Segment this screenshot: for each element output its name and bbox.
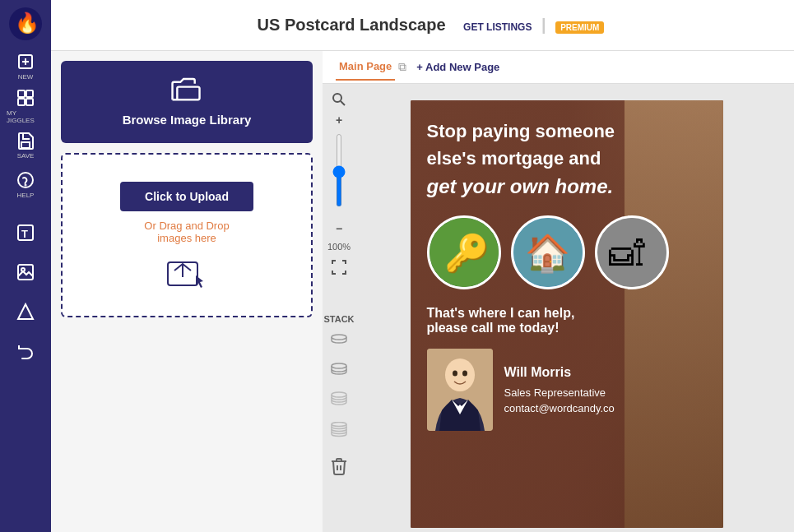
stack-icon-4[interactable] bbox=[330, 422, 348, 442]
stack-icon-1[interactable] bbox=[330, 334, 348, 353]
agent-photo bbox=[427, 349, 493, 431]
svg-text:🔑: 🔑 bbox=[444, 232, 490, 275]
svg-marker-18 bbox=[196, 275, 203, 288]
toolbar: US Postcard Landscape GET LISTINGS | PRE… bbox=[51, 0, 794, 51]
new-button[interactable]: NEW bbox=[7, 48, 44, 86]
svg-rect-13 bbox=[18, 265, 33, 280]
svg-point-36 bbox=[462, 371, 467, 377]
app-logo: 🔥 bbox=[8, 7, 43, 41]
main-page-tab[interactable]: Main Page bbox=[336, 53, 395, 81]
svg-rect-5 bbox=[18, 90, 25, 97]
agent-email: contact@wordcandy.co bbox=[504, 402, 615, 414]
key-image-icon: 🔑 bbox=[430, 218, 499, 287]
help-label: HELP bbox=[17, 192, 35, 199]
house-image-icon: 🏠 bbox=[513, 218, 583, 287]
zoom-search-icon[interactable] bbox=[332, 92, 346, 110]
left-panel: Browse Image Library Click to Upload Or … bbox=[51, 51, 323, 532]
svg-rect-7 bbox=[18, 99, 25, 105]
new-label: NEW bbox=[18, 73, 34, 81]
canvas-area: Main Page ⧉ + Add New Page + bbox=[323, 51, 794, 532]
zoom-in-button[interactable]: + bbox=[336, 113, 342, 127]
svg-text:T: T bbox=[21, 228, 28, 240]
main-content: US Postcard Landscape GET LISTINGS | PRE… bbox=[51, 0, 794, 532]
agent-section: Will Morris Sales Representative contact… bbox=[427, 349, 707, 431]
room-image-icon: 🛋 bbox=[597, 218, 666, 287]
svg-point-34 bbox=[445, 359, 475, 391]
svg-text:🏠: 🏠 bbox=[525, 232, 570, 275]
zoom-controls: + − 100% STACK bbox=[323, 84, 355, 532]
text-tool-button[interactable]: T bbox=[7, 214, 44, 252]
svg-rect-6 bbox=[26, 90, 33, 97]
tabs-bar: Main Page ⧉ + Add New Page bbox=[323, 51, 794, 84]
svg-point-22 bbox=[332, 363, 346, 368]
zoom-out-button[interactable]: − bbox=[336, 222, 342, 235]
svg-line-20 bbox=[341, 101, 345, 105]
zoom-percent: 100% bbox=[327, 242, 351, 252]
trash-icon[interactable] bbox=[331, 457, 347, 479]
save-label: SAVE bbox=[17, 152, 35, 160]
click-to-upload-button[interactable]: Click to Upload bbox=[120, 182, 253, 211]
postcard-canvas: Stop paying someone else's mortgage and … bbox=[355, 84, 794, 532]
stack-label: STACK bbox=[323, 314, 354, 324]
postcard-subtext: That's where I can help, please call me … bbox=[427, 306, 707, 335]
svg-point-19 bbox=[333, 94, 341, 102]
svg-rect-9 bbox=[21, 142, 30, 148]
upload-zone[interactable]: Click to Upload Or Drag and Drop images … bbox=[61, 153, 313, 317]
property-image-house: 🏠 bbox=[511, 215, 585, 289]
my-jiggles-button[interactable]: MY JIGGLES bbox=[7, 87, 44, 125]
property-images: 🔑 🏠 bbox=[427, 215, 707, 289]
zoom-slider[interactable] bbox=[337, 133, 341, 207]
content-row: Browse Image Library Click to Upload Or … bbox=[51, 51, 794, 532]
undo-button[interactable] bbox=[7, 332, 44, 370]
svg-rect-8 bbox=[26, 99, 33, 105]
get-listings-link[interactable]: GET LISTINGS bbox=[463, 21, 532, 33]
document-title: US Postcard Landscape bbox=[258, 16, 446, 34]
save-button[interactable]: SAVE bbox=[7, 127, 44, 164]
svg-point-10 bbox=[26, 185, 26, 186]
agent-name: Will Morris bbox=[504, 365, 615, 380]
stack-icon-3[interactable] bbox=[330, 391, 348, 412]
image-tool-button[interactable] bbox=[7, 253, 44, 291]
browse-image-library-button[interactable]: Browse Image Library bbox=[61, 61, 313, 143]
zoom-slider-container bbox=[337, 133, 341, 215]
browse-label: Browse Image Library bbox=[123, 113, 252, 127]
stack-icon-2[interactable] bbox=[330, 363, 348, 382]
fullscreen-icon[interactable] bbox=[332, 260, 346, 278]
headline-line2: else's mortgage and bbox=[427, 147, 707, 171]
headline-line1: Stop paying someone bbox=[427, 120, 707, 144]
sidebar: 🔥 NEW MY JIGGLES SAVE bbox=[0, 0, 51, 532]
copy-page-icon[interactable]: ⧉ bbox=[398, 60, 406, 74]
property-image-key: 🔑 bbox=[427, 215, 501, 289]
headline-italic: get your own home. bbox=[427, 173, 707, 199]
svg-text:🛋: 🛋 bbox=[609, 233, 645, 273]
premium-badge[interactable]: PREMIUM bbox=[555, 21, 604, 34]
agent-details: Will Morris Sales Representative contact… bbox=[504, 365, 615, 414]
svg-point-21 bbox=[332, 335, 346, 340]
agent-title: Sales Representative bbox=[504, 386, 615, 399]
svg-point-23 bbox=[332, 392, 346, 397]
help-button[interactable]: HELP bbox=[7, 166, 44, 204]
upload-icon bbox=[166, 252, 207, 289]
postcard-design[interactable]: Stop paying someone else's mortgage and … bbox=[411, 100, 723, 528]
canvas-container: + − 100% STACK bbox=[323, 84, 794, 532]
postcard-content: Stop paying someone else's mortgage and … bbox=[427, 120, 707, 431]
property-image-room: 🛋 bbox=[595, 215, 669, 289]
shape-tool-button[interactable] bbox=[7, 293, 44, 331]
svg-text:🔥: 🔥 bbox=[15, 11, 39, 35]
document-title-area: US Postcard Landscape GET LISTINGS | PRE… bbox=[81, 16, 781, 35]
drag-drop-text: Or Drag and Drop images here bbox=[144, 220, 229, 244]
jiggles-label: MY JIGGLES bbox=[7, 109, 44, 124]
svg-point-35 bbox=[453, 371, 457, 377]
add-new-page-button[interactable]: + Add New Page bbox=[416, 61, 499, 73]
separator: | bbox=[541, 16, 546, 34]
svg-marker-15 bbox=[18, 304, 33, 319]
svg-point-24 bbox=[332, 423, 346, 427]
agent-portrait bbox=[427, 349, 493, 431]
